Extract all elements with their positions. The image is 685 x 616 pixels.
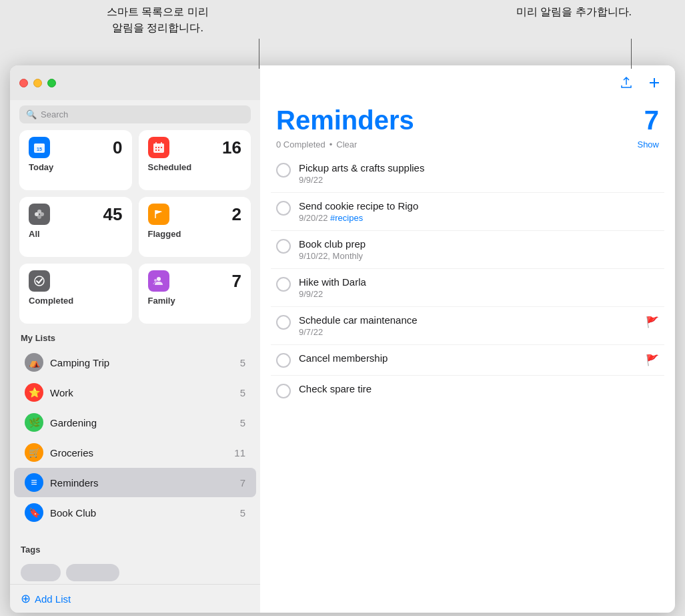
separator-dot: •	[329, 139, 333, 149]
search-bar[interactable]: 🔍 Search	[19, 105, 251, 123]
completed-bar: 0 Completed • Clear Show	[260, 138, 675, 155]
add-icon: ⊕	[21, 591, 31, 606]
scheduled-label: Scheduled	[148, 162, 242, 172]
list-item-groceries[interactable]: 🛒 Groceries 11	[14, 438, 256, 467]
list-item-bookclub[interactable]: 🔖 Book Club 5	[14, 498, 256, 527]
gardening-icon: 🌿	[25, 413, 43, 432]
add-list-label: Add List	[35, 593, 71, 605]
scheduled-icon	[148, 137, 169, 158]
all-icon	[29, 204, 50, 225]
groceries-icon: 🛒	[25, 443, 43, 462]
scheduled-count: 16	[222, 137, 241, 158]
completed-icon	[29, 270, 50, 292]
reminder-flag-6: 🚩	[646, 354, 659, 366]
svg-rect-9	[161, 147, 162, 148]
reminder-flag-5: 🚩	[646, 316, 659, 328]
share-button[interactable]	[616, 73, 636, 93]
reminder-checkbox-6[interactable]	[276, 353, 291, 368]
flagged-label: Flagged	[148, 229, 242, 239]
smart-list-completed[interactable]: Completed	[19, 264, 132, 324]
today-count: 0	[113, 137, 122, 158]
reminder-title-7: Check spare tire	[299, 383, 659, 394]
reminder-subtitle-5: 9/7/22	[299, 327, 638, 337]
reminder-checkbox-7[interactable]	[276, 384, 291, 398]
bookclub-icon: 🔖	[25, 503, 43, 522]
svg-rect-10	[155, 149, 157, 151]
reminder-title-1: Pickup arts & crafts supplies	[299, 162, 659, 174]
smart-list-family[interactable]: 7 Family	[139, 264, 251, 324]
reminder-title-5: Schedule car maintenance	[299, 314, 638, 326]
reminder-item: Check spare tire	[271, 376, 664, 406]
work-icon: ⭐	[25, 383, 43, 402]
list-item-work[interactable]: ⭐ Work 5	[14, 378, 256, 407]
reminder-content-1: Pickup arts & crafts supplies 9/9/22	[299, 162, 659, 185]
close-button[interactable]	[19, 79, 28, 87]
completed-label: Completed	[29, 296, 123, 306]
all-count: 45	[103, 204, 123, 225]
camping-count: 5	[240, 357, 245, 368]
smart-list-scheduled[interactable]: 16 Scheduled	[139, 130, 251, 190]
reminder-item: Schedule car maintenance 9/7/22 🚩	[271, 307, 664, 345]
reminder-checkbox-2[interactable]	[276, 201, 291, 216]
reminder-item: Pickup arts & crafts supplies 9/9/22	[271, 155, 664, 193]
list-item-reminders[interactable]: ≡ Reminders 7	[14, 468, 256, 497]
reminder-content-6: Cancel membership	[299, 352, 638, 364]
reminder-item: Hike with Darla 9/9/22	[271, 269, 664, 307]
today-icon: 15	[29, 137, 50, 158]
bookclub-name: Book Club	[50, 507, 240, 519]
list-items: ⛺ Camping Trip 5 ⭐ Work 5 🌿 Gardening 5 …	[10, 347, 260, 535]
main-toolbar	[260, 65, 675, 100]
reminder-subtitle-1: 9/9/22	[299, 175, 659, 185]
clear-button[interactable]: Clear	[336, 139, 357, 149]
minimize-button[interactable]	[33, 79, 42, 87]
reminder-checkbox-1[interactable]	[276, 163, 291, 178]
reminder-content-7: Check spare tire	[299, 383, 659, 394]
camping-name: Camping Trip	[50, 357, 240, 368]
reminder-title-6: Cancel membership	[299, 352, 638, 364]
family-count: 7	[232, 271, 241, 292]
reminders-title: Reminders	[276, 105, 414, 135]
reminders-count: 7	[240, 477, 245, 489]
add-reminder-button[interactable]	[644, 73, 664, 93]
annotation-right: 미리 알림을 추가합니다.	[516, 4, 632, 20]
reminders-header: Reminders 7	[260, 100, 675, 138]
smart-list-all[interactable]: 45 All	[19, 197, 132, 257]
reminders-name: Reminders	[50, 477, 240, 489]
reminders-icon: ≡	[25, 473, 43, 492]
svg-point-14	[37, 210, 41, 214]
gardening-name: Gardening	[50, 417, 240, 428]
add-list-button[interactable]: ⊕ Add List	[10, 584, 260, 613]
flagged-icon	[148, 204, 169, 225]
reminder-content-4: Hike with Darla 9/9/22	[299, 276, 659, 299]
list-item-camping[interactable]: ⛺ Camping Trip 5	[14, 348, 256, 377]
list-item-gardening[interactable]: 🌿 Gardening 5	[14, 408, 256, 437]
smart-list-flagged[interactable]: 2 Flagged	[139, 197, 251, 257]
reminder-subtitle-4: 9/9/22	[299, 289, 659, 299]
tags-section	[10, 559, 260, 584]
svg-rect-11	[158, 149, 159, 151]
my-lists-header: My Lists	[10, 324, 260, 347]
smart-list-today[interactable]: 15 0 Today	[19, 130, 132, 190]
show-button[interactable]: Show	[637, 139, 659, 149]
reminder-checkbox-4[interactable]	[276, 277, 291, 292]
svg-point-19	[154, 279, 157, 282]
svg-rect-8	[158, 147, 159, 148]
reminder-content-3: Book club prep 9/10/22, Monthly	[299, 238, 659, 261]
reminder-checkbox-5[interactable]	[276, 315, 291, 330]
tag-pill-1[interactable]	[21, 564, 61, 581]
completed-label: 0 Completed	[276, 139, 325, 149]
reminder-tag-2[interactable]: #recipes	[330, 213, 363, 223]
reminder-item: Book club prep 9/10/22, Monthly	[271, 231, 664, 269]
work-count: 5	[240, 387, 245, 398]
fullscreen-button[interactable]	[47, 79, 56, 87]
reminder-content-5: Schedule car maintenance 9/7/22	[299, 314, 638, 337]
smart-lists-grid: 15 0 Today	[10, 130, 260, 324]
reminder-checkbox-3[interactable]	[276, 239, 291, 254]
svg-rect-4	[153, 143, 164, 146]
search-placeholder: Search	[41, 109, 68, 119]
tags-header: Tags	[10, 535, 260, 559]
reminder-content-2: Send cookie recipe to Rigo 9/20/22 #reci…	[299, 200, 659, 223]
tag-pill-2[interactable]	[66, 564, 119, 581]
groceries-count: 11	[234, 447, 245, 458]
svg-rect-7	[155, 147, 157, 148]
